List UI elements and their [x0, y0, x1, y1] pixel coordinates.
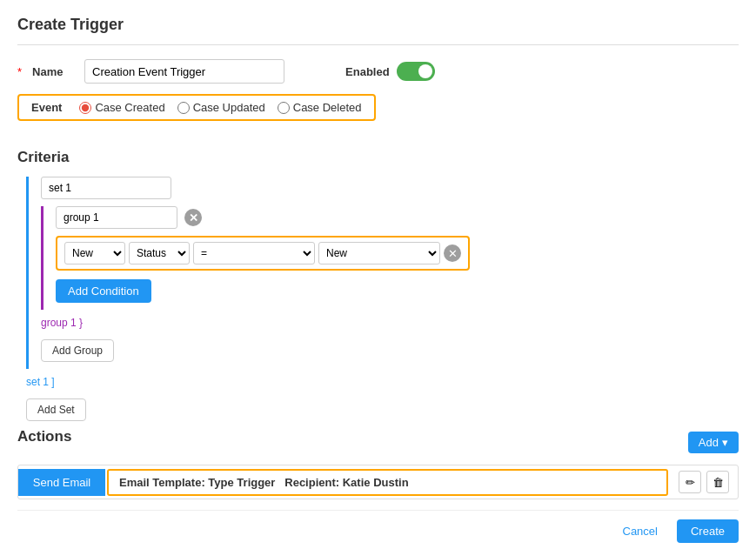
remove-group-button[interactable]: ✕ [184, 209, 202, 226]
event-case-deleted[interactable]: Case Deleted [278, 101, 362, 114]
actions-title: Actions [17, 428, 71, 445]
add-action-button[interactable]: Add ▾ [688, 432, 739, 453]
set1-label-row [41, 177, 171, 199]
footer-buttons: Cancel Create [17, 510, 739, 546]
email-template-label: Email Template: [119, 476, 205, 489]
event-row: Event Case Created Case Updated Case Del… [17, 94, 739, 138]
event-label: Event [31, 101, 62, 114]
set1-footer-label: set 1 ] [26, 376, 55, 388]
condition-status-select[interactable]: Status Priority Subject [129, 242, 190, 264]
action-icons: ✏ 🗑 [670, 465, 738, 499]
recipient-value: Katie Dustin [343, 476, 409, 489]
name-row: * Name Enabled [17, 59, 739, 84]
criteria-container: ✕ New Open Closed Status Priority Subjec… [17, 177, 739, 428]
set1-input[interactable] [41, 177, 171, 199]
event-case-created-radio[interactable] [79, 102, 91, 114]
enabled-section: Enabled [345, 62, 435, 81]
remove-condition-button[interactable]: ✕ [444, 244, 461, 262]
page-title: Create Trigger [17, 9, 739, 45]
add-set-button[interactable]: Add Set [26, 398, 86, 421]
action-row: Send Email Email Template: Type Trigger … [17, 465, 739, 499]
group1-footer-label: group 1 } [41, 317, 83, 329]
name-label: Name [32, 65, 76, 78]
condition-value-select[interactable]: New Open Closed Pending [318, 242, 440, 264]
action-type: Send Email [18, 469, 105, 496]
name-input[interactable] [84, 59, 284, 84]
create-button[interactable]: Create [677, 519, 739, 543]
set1-footer: set 1 ] [26, 376, 739, 388]
group1-header: ✕ [56, 206, 739, 229]
condition-row: New Open Closed Status Priority Subject … [56, 236, 470, 271]
event-case-deleted-radio[interactable] [278, 102, 290, 114]
actions-header: Actions Add ▾ [17, 428, 739, 456]
recipient-label: Recipient: [284, 476, 339, 489]
enabled-label: Enabled [345, 65, 390, 78]
email-template-value: Type Trigger [208, 476, 275, 489]
group1-footer: group 1 } [41, 317, 739, 329]
criteria-title: Criteria [17, 149, 739, 166]
add-action-label: Add [699, 436, 719, 449]
event-case-updated[interactable]: Case Updated [177, 101, 265, 114]
enabled-toggle[interactable] [397, 62, 435, 81]
condition-field-select[interactable]: New Open Closed [64, 242, 125, 264]
condition-operator-select[interactable]: = != contains [193, 242, 315, 264]
delete-action-button[interactable]: 🗑 [706, 471, 729, 493]
event-case-created[interactable]: Case Created [79, 101, 164, 114]
page-container: Create Trigger * Name Enabled Event Case… [0, 0, 756, 549]
group1-input[interactable] [56, 206, 177, 229]
add-action-chevron: ▾ [722, 436, 728, 449]
event-case-created-label: Case Created [95, 101, 164, 114]
add-condition-button[interactable]: Add Condition [56, 279, 151, 303]
cancel-button[interactable]: Cancel [611, 519, 670, 543]
action-details: Email Template: Type Trigger Recipient: … [107, 469, 668, 496]
group1-bracket: ✕ New Open Closed Status Priority Subjec… [41, 206, 739, 310]
event-case-deleted-label: Case Deleted [293, 101, 362, 114]
set1-bracket: ✕ New Open Closed Status Priority Subjec… [26, 177, 739, 369]
event-case-updated-label: Case Updated [193, 101, 265, 114]
event-section: Event Case Created Case Updated Case Del… [17, 94, 376, 121]
add-group-button[interactable]: Add Group [41, 339, 114, 362]
edit-action-button[interactable]: ✏ [679, 471, 701, 493]
required-asterisk: * [17, 65, 22, 78]
event-case-updated-radio[interactable] [177, 102, 190, 114]
